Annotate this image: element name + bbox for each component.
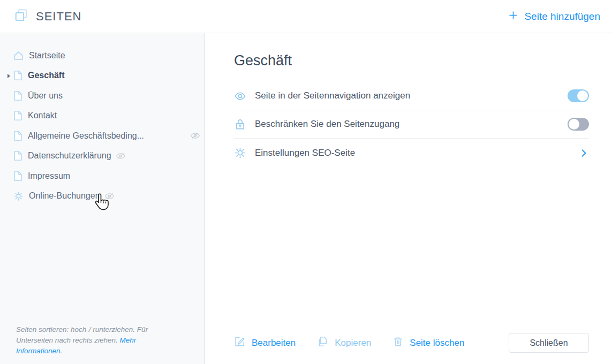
edit-button[interactable]: Bearbeiten [234,336,296,350]
copy-icon [317,336,329,350]
edit-label: Bearbeiten [252,338,296,348]
sidebar-item-datenschutz[interactable]: Datenschutzerklärung [0,146,205,166]
hidden-eye-icon [190,132,200,140]
gear-icon [13,191,24,201]
hidden-eye-icon [116,152,126,160]
page-list: Startseite Geschäft [0,33,205,206]
setting-row-show-in-navigation: Seite in der Seitennavigation anzeigen [234,82,589,110]
show-in-navigation-toggle[interactable] [568,89,589,102]
app-brand: SEITEN [14,8,81,25]
page-icon [13,70,22,81]
pages-icon [14,8,29,25]
hidden-eye-icon [104,192,115,200]
add-page-button[interactable]: Seite hinzufügen [508,10,600,24]
header: SEITEN Seite hinzufügen [0,0,612,33]
sort-hint-text: Seiten sortieren: hoch-/ runterziehen. F… [0,324,205,364]
sort-hint-period: . [61,347,63,355]
disclosure-arrow-icon[interactable] [7,73,11,79]
delete-page-label: Seite löschen [410,338,464,348]
sidebar-item-startseite[interactable]: Startseite [0,46,205,66]
footer-actions: Bearbeiten Kopieren [234,333,589,353]
page-icon [13,131,22,141]
eye-icon [234,90,246,102]
toggle-knob [569,119,579,130]
settings-list: Seite in der Seitennavigation anzeigen B… [234,82,589,167]
home-icon [13,51,24,60]
page-title: Geschäft [234,52,589,69]
toggle-knob [577,90,588,101]
sidebar-item-agb[interactable]: Allgemeine Geschäftsbeding... [0,126,205,146]
gear-icon [234,147,246,159]
page-icon [13,110,22,121]
plus-icon [508,10,519,24]
sidebar-item-kontakt[interactable]: Kontakt [0,106,205,126]
setting-row-seo[interactable]: Einstellungen SEO-Seite [234,139,589,167]
trash-icon [392,336,404,350]
edit-icon [234,336,246,350]
sidebar-item-online-buchungen[interactable]: Online-Buchungen [0,186,205,207]
lock-icon [234,118,246,131]
sidebar-item-impressum[interactable]: Impressum [0,166,205,186]
page-settings-panel: Geschäft Seite in der Seitennavigation a… [205,33,612,364]
page-icon [13,90,22,101]
sidebar-item-ueber-uns[interactable]: Über uns [0,86,205,106]
page-title-header: SEITEN [36,10,81,24]
copy-button[interactable]: Kopieren [317,336,371,350]
add-page-label: Seite hinzufügen [524,11,600,22]
close-button[interactable]: Schließen [509,333,589,353]
page-icon [13,171,22,181]
chevron-right-icon [578,148,589,158]
page-icon [13,150,22,161]
delete-page-button[interactable]: Seite löschen [392,336,464,350]
sidebar: Startseite Geschäft [0,33,205,364]
setting-row-restrict-access: Beschränken Sie den Seitenzugang [234,110,589,139]
restrict-access-toggle[interactable] [568,118,589,131]
sidebar-item-geschaeft[interactable]: Geschäft [0,66,205,86]
copy-label: Kopieren [335,338,371,348]
